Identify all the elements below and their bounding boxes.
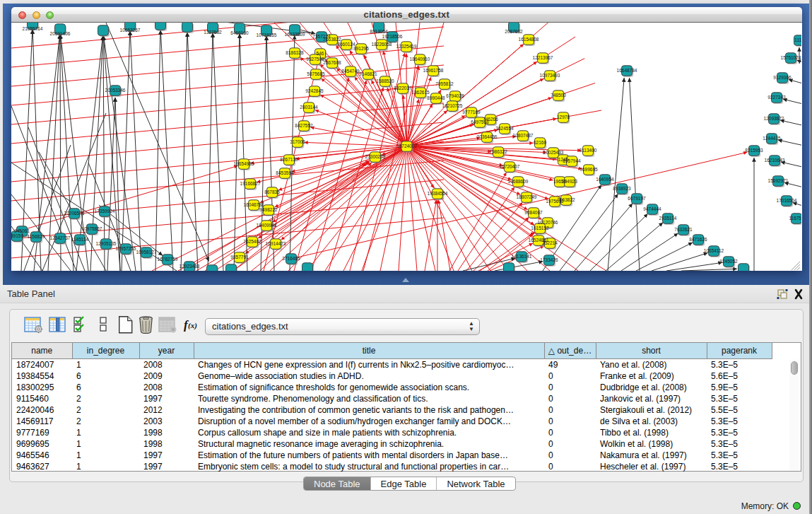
svg-text:116753: 116753 (789, 216, 801, 221)
svg-text:1733426: 1733426 (540, 257, 558, 262)
svg-text:9699695: 9699695 (579, 167, 598, 172)
svg-text:10807487: 10807487 (513, 133, 534, 138)
svg-text:9227343: 9227343 (767, 95, 786, 100)
svg-text:1362615: 1362615 (411, 90, 430, 95)
svg-text:8957944: 8957944 (563, 158, 581, 163)
svg-text:15692971: 15692971 (768, 178, 789, 183)
svg-text:9242845: 9242845 (305, 88, 324, 93)
svg-text:8471626: 8471626 (689, 237, 707, 242)
svg-text:748500: 748500 (551, 93, 566, 98)
svg-text:12213967: 12213967 (533, 55, 553, 60)
svg-text:21055714: 21055714 (23, 26, 43, 31)
svg-text:17359924: 17359924 (95, 209, 115, 214)
svg-text:317006: 317006 (290, 139, 305, 144)
svg-text:1640954: 1640954 (596, 177, 614, 182)
svg-text:17016504: 17016504 (777, 198, 797, 203)
svg-text:9474444: 9474444 (643, 206, 661, 211)
svg-text:1156829: 1156829 (28, 234, 45, 239)
svg-text:16782759: 16782759 (158, 257, 178, 262)
svg-text:16961758: 16961758 (423, 68, 444, 73)
svg-text:10958127: 10958127 (136, 250, 157, 255)
svg-text:1615152: 1615152 (531, 226, 549, 230)
svg-text:20364436: 20364436 (477, 134, 498, 139)
svg-text:2867608: 2867608 (323, 60, 341, 65)
svg-text:6679197: 6679197 (628, 196, 646, 201)
svg-text:8215953: 8215953 (745, 148, 763, 153)
svg-text:945061: 945061 (14, 228, 30, 233)
svg-text:(x): (x) (188, 321, 197, 330)
svg-text:10973493: 10973493 (540, 73, 560, 78)
svg-text:16046788: 16046788 (244, 202, 264, 207)
svg-text:10025433: 10025433 (543, 150, 564, 155)
svg-text:12325419: 12325419 (396, 44, 417, 49)
svg-text:39159: 39159 (11, 233, 23, 238)
svg-text:18807249: 18807249 (517, 194, 537, 199)
svg-text:12905135: 12905135 (96, 241, 117, 246)
svg-text:15720407: 15720407 (500, 164, 520, 169)
svg-text:16914473: 16914473 (266, 241, 286, 246)
svg-text:2935114: 2935114 (659, 216, 677, 221)
svg-text:894923: 894923 (562, 179, 577, 184)
svg-text:8267130: 8267130 (280, 157, 298, 162)
svg-text:546: 546 (317, 51, 324, 56)
svg-text:9146821: 9146821 (359, 71, 377, 76)
svg-text:252214: 252214 (542, 240, 558, 245)
svg-text:7986322: 7986322 (489, 149, 507, 154)
svg-text:17957255: 17957255 (116, 246, 136, 251)
svg-text:5875685: 5875685 (307, 71, 325, 76)
svg-text:9498222: 9498222 (259, 207, 278, 212)
svg-text:23300275: 23300275 (365, 154, 386, 159)
svg-text:891295: 891295 (353, 46, 369, 51)
svg-text:7632621: 7632621 (674, 227, 693, 232)
svg-text:10975867: 10975867 (82, 226, 102, 231)
svg-text:12923488: 12923488 (180, 264, 200, 269)
svg-text:12093872: 12093872 (764, 116, 784, 121)
svg-text:18724007: 18724007 (396, 144, 417, 148)
svg-text:1117: 1117 (794, 37, 801, 42)
svg-text:20053346: 20053346 (105, 88, 126, 93)
svg-text:6466160: 6466160 (230, 30, 249, 35)
svg-text:18409948: 18409948 (257, 223, 277, 228)
svg-text:8322037: 8322037 (394, 86, 412, 90)
svg-text:1327602: 1327602 (204, 30, 222, 35)
svg-text:18640910: 18640910 (410, 57, 430, 62)
svg-text:10120746: 10120746 (538, 220, 558, 225)
svg-text:3716485: 3716485 (282, 256, 300, 261)
svg-text:16210725: 16210725 (442, 103, 463, 108)
svg-text:8454749: 8454749 (341, 69, 360, 74)
svg-text:16033809: 16033809 (285, 32, 305, 37)
svg-text:16210643: 16210643 (765, 158, 785, 163)
svg-text:9129366: 9129366 (773, 75, 792, 80)
svg-text:6794028: 6794028 (446, 93, 464, 98)
svg-text:1145114: 1145114 (71, 237, 89, 242)
svg-text:20691406: 20691406 (50, 31, 71, 36)
svg-text:8186328: 8186328 (286, 50, 304, 55)
svg-text:10688609: 10688609 (508, 179, 529, 184)
svg-text:18226058: 18226058 (372, 42, 392, 47)
svg-text:62160: 62160 (534, 140, 546, 145)
svg-text:9857791: 9857791 (230, 255, 249, 259)
svg-text:7663822: 7663822 (557, 197, 575, 202)
svg-text:16154808: 16154808 (519, 37, 539, 42)
svg-text:10719155: 10719155 (257, 33, 277, 37)
svg-text:9327508: 9327508 (306, 57, 324, 62)
svg-text:7663822: 7663822 (323, 37, 341, 42)
svg-text:2087682: 2087682 (505, 29, 523, 34)
svg-text:8453594: 8453594 (276, 170, 294, 175)
svg-text:867835: 867835 (264, 189, 280, 194)
svg-text:2803144: 2803144 (300, 105, 318, 110)
svg-text:9084067: 9084067 (524, 210, 543, 215)
svg-text:14136141: 14136141 (512, 254, 532, 259)
svg-text:19654985: 19654985 (234, 161, 254, 166)
svg-text:9245052: 9245052 (719, 259, 738, 264)
svg-text:15751074: 15751074 (781, 55, 801, 60)
svg-text:8427552: 8427552 (295, 123, 313, 128)
svg-text:3624554: 3624554 (495, 126, 514, 131)
svg-text:12342737: 12342737 (50, 235, 71, 240)
svg-text:16648784: 16648784 (617, 68, 637, 73)
svg-text:8813054: 8813054 (370, 29, 388, 34)
svg-text:10653267: 10653267 (120, 28, 141, 33)
svg-text:8938923: 8938923 (613, 186, 631, 191)
svg-text:1588520: 1588520 (376, 78, 394, 83)
svg-text:1244415: 1244415 (763, 136, 781, 141)
